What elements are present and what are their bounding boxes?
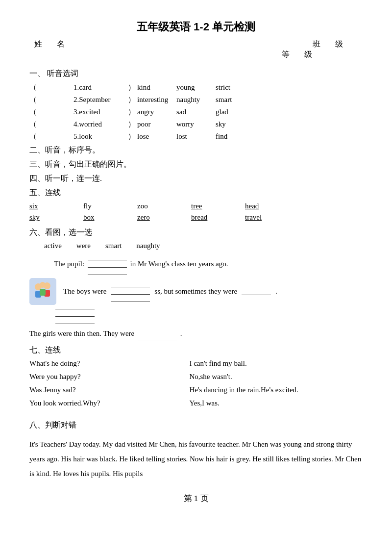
- page-title: 五年级英语 1-2 单元检测: [29, 20, 363, 34]
- section8: 八、判断对错 It's Teachers' Day today. My dad …: [29, 417, 363, 481]
- listen-row-5: （ ） 5.look lose lost find: [29, 132, 363, 141]
- boys-image: [29, 278, 56, 305]
- lx-zoo: zoo: [137, 202, 191, 211]
- sentence6-extra: [54, 303, 363, 324]
- section7-right: I can't find my ball. No,she wasn't. He'…: [189, 359, 363, 412]
- paren-3: （ ）: [29, 107, 74, 117]
- listen-row-4: （ ） 4.worried poor worry sky: [29, 120, 363, 129]
- word-lost: lost: [176, 132, 216, 141]
- lx-box: box: [83, 213, 137, 223]
- lx7-a3: He's dancing in the rain.He's excited.: [189, 386, 363, 394]
- word-num-3: 3.excited: [74, 108, 137, 116]
- s6-2-ss: ss, but sometimes they were: [154, 285, 237, 298]
- fill-s6-3: [138, 333, 177, 340]
- svg-rect-6: [40, 289, 46, 296]
- section3-title: 三、听音，勾出正确的图片。: [29, 159, 363, 170]
- lx-sky: sky: [29, 213, 83, 223]
- word-active: active: [44, 242, 62, 250]
- grade-label: 等级: [282, 50, 327, 58]
- sentence6-1: The pupil: in Mr Wang's class ten years …: [54, 254, 363, 275]
- word-naughty: naughty: [176, 96, 216, 104]
- word-interesting: interesting: [137, 96, 176, 104]
- s6-3-pre: The girls were thin then. They were: [29, 329, 134, 337]
- lx-tree: tree: [191, 202, 245, 211]
- fill-s6-extra: [55, 303, 95, 324]
- s6-3-period: .: [180, 329, 182, 337]
- lx7-q4: You look worried.Why?: [29, 399, 179, 407]
- word-num-5: 5.look: [74, 132, 137, 141]
- class-label: 班级: [313, 40, 358, 48]
- word-num-1: 1.card: [74, 83, 137, 92]
- word-were: were: [76, 242, 91, 250]
- s6-1-pre: The pupil:: [54, 260, 84, 268]
- s6-2-period: .: [275, 285, 277, 298]
- word-worry: worry: [176, 120, 216, 128]
- word-sad: sad: [176, 108, 216, 116]
- word-num-4: 4.worried: [74, 120, 137, 128]
- lx7-q1: What's he doing?: [29, 359, 179, 368]
- paren-1: （ ）: [29, 83, 74, 92]
- fill-s6-1: [88, 254, 127, 275]
- lx-zero: zero: [137, 213, 191, 223]
- section5-title: 五、连线: [29, 188, 363, 198]
- section8-title: 八、判断对错: [29, 417, 363, 433]
- lx7-q3: Was Jenny sad?: [29, 386, 179, 394]
- lianxian-row1: six fly zoo tree head: [29, 202, 363, 211]
- section7-title: 七、连线: [29, 345, 363, 355]
- paren-5: （ ）: [29, 132, 74, 141]
- fill-s6-2b: [242, 288, 271, 295]
- svg-point-5: [40, 282, 46, 288]
- word-lose: lose: [137, 132, 176, 141]
- lianxian-row2: sky box zero bread travel: [29, 213, 363, 223]
- lx-fly: fly: [83, 202, 137, 211]
- lx7-a1: I can't find my ball.: [189, 359, 363, 368]
- section6-title: 六、看图，选一选: [29, 227, 363, 238]
- lx-head: head: [245, 202, 299, 211]
- sentence6-2: The boys were ss, but sometimes they wer…: [29, 278, 363, 305]
- section4-title: 四、听一听，连一连.: [29, 174, 363, 184]
- word-kind: kind: [137, 83, 176, 92]
- s6-1-post: in Mr Wang's class ten years ago.: [130, 260, 228, 268]
- name-label: 姓名: [34, 40, 79, 48]
- s6-2-pre: The boys were: [63, 285, 106, 298]
- section7-left: What's he doing? Were you happy? Was Jen…: [29, 359, 179, 412]
- lx7-q2: Were you happy?: [29, 373, 179, 381]
- word-young: young: [176, 83, 216, 92]
- paren-4: （ ）: [29, 120, 74, 129]
- paren-2: （ ）: [29, 95, 74, 104]
- sentence6-3: The girls were thin then. They were .: [29, 327, 363, 340]
- word-strict: strict: [216, 83, 255, 92]
- fill-s6-2a: [111, 281, 150, 302]
- listen-row-3: （ ） 3.excited angry sad glad: [29, 107, 363, 117]
- section8-text: It's Teachers' Day today. My dad visited…: [29, 437, 363, 481]
- word-angry: angry: [137, 108, 176, 116]
- section1-title: 一、 听音选词: [29, 69, 363, 79]
- listen-row-1: （ ） 1.card kind young strict: [29, 83, 363, 92]
- lx7-a4: Yes,I was.: [189, 399, 363, 407]
- exam-page: 五年级英语 1-2 单元检测 姓名 班级 等级 一、 听音选词 （ ） 1.ca…: [0, 0, 392, 555]
- word-glad: glad: [216, 108, 255, 116]
- lx7-a2: No,she wasn't.: [189, 373, 363, 381]
- section6-words: active were smart naughty: [44, 242, 363, 250]
- word-num-2: 2.September: [74, 96, 137, 104]
- section2-title: 二、听音，标序号。: [29, 145, 363, 155]
- lx-six: six: [29, 202, 83, 211]
- lx-bread: bread: [191, 213, 245, 223]
- word-smart: smart: [216, 96, 255, 104]
- word-sky: sky: [216, 120, 255, 128]
- word-naughty: naughty: [136, 242, 160, 250]
- word-find: find: [216, 132, 255, 141]
- word-smart: smart: [105, 242, 122, 250]
- page-number: 第 1 页: [29, 493, 363, 504]
- lx-travel: travel: [245, 213, 299, 223]
- word-poor: poor: [137, 120, 176, 128]
- subtitle-fields: 姓名 班级 等级: [29, 39, 363, 60]
- listen-row-2: （ ） 2.September interesting naughty smar…: [29, 95, 363, 104]
